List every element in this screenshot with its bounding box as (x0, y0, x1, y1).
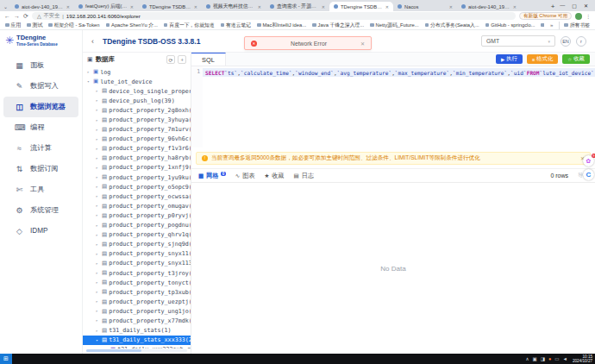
tree-row[interactable]: ▸ product_property_1xnfj9(0) (83, 163, 191, 173)
bookmark-item[interactable]: GitHub - springclo... (485, 22, 536, 29)
tree-row[interactable]: ▸ t31_daily_stats(1) (83, 326, 191, 336)
expand-arrow-icon[interactable]: ▸ (96, 166, 100, 170)
tree-row[interactable]: ▸ product_property_omugav(0) (83, 201, 191, 210)
browser-tab[interactable]: 视频天电科技信息 - Goog... ✕ (202, 2, 266, 11)
tree-row[interactable]: ▸ product_property_tp3xub(0) (83, 287, 191, 297)
bookmarks-overflow-icon[interactable]: » (550, 22, 553, 28)
start-button[interactable]: ⊞ (0, 354, 12, 364)
profile-avatar[interactable] (575, 13, 582, 20)
tree-row[interactable]: ▸ device_push_log(39) (83, 96, 191, 105)
tray-icon[interactable]: ∧ (526, 356, 529, 361)
expand-arrow-icon[interactable]: ▸ (96, 318, 100, 323)
address-bar[interactable]: △ 不安全 | 192.168.200.141:6060/explorer (32, 12, 516, 20)
bookmark-item[interactable]: Apache ShenYu 介... (106, 22, 158, 29)
tree-horizontal-scrollbar[interactable] (86, 349, 187, 352)
tree-row[interactable]: ▸ product_property_sjnq9d(0) (83, 240, 191, 249)
format-button[interactable]: ≡ 格式化 (527, 54, 558, 64)
expand-arrow-icon[interactable]: ▸ (96, 118, 100, 122)
expand-arrow-icon[interactable]: ▸ (96, 290, 100, 294)
expand-arrow-icon[interactable]: ▸ (96, 309, 100, 313)
expand-arrow-icon[interactable]: ▾ (87, 79, 91, 84)
back-icon[interactable]: ← (4, 13, 10, 19)
tree-row[interactable]: ▸ product_property_3yhuya(2) (83, 115, 191, 124)
sidebar-menu-item[interactable]: ✎ 数据写入 (3, 76, 78, 97)
tree-row[interactable]: ▸ product_property_snyx11(0) (83, 249, 191, 259)
floating-assistant-widget[interactable]: ✿ 9 (583, 155, 594, 166)
result-tab[interactable]: ▦ 网格 0 (198, 172, 226, 180)
expand-arrow-icon[interactable]: ▸ (96, 299, 100, 304)
browser-tab[interactable]: aiot-dev-140_192.168... ✕ (10, 2, 74, 11)
browser-tab[interactable]: featQuery) 后端(接口+带) ✕ (74, 2, 138, 11)
favorite-button[interactable]: ☆ 收藏 (562, 54, 590, 64)
browser-tab[interactable]: aiot-dev-140_192.168... ✕ (457, 2, 521, 11)
tab-close-icon[interactable]: ✕ (513, 4, 517, 9)
expand-arrow-icon[interactable]: ▸ (96, 137, 100, 141)
expand-arrow-icon[interactable]: ▸ (96, 185, 100, 189)
browser-tab[interactable]: Nacos ✕ (393, 2, 457, 11)
toast-close-icon[interactable]: ✕ (360, 41, 365, 47)
sidebar-menu-item[interactable]: ◫ 数据浏览器 (3, 97, 78, 117)
expand-arrow-icon[interactable]: ▸ (96, 252, 100, 256)
tree-row[interactable]: ▸ product_property_tonyct(0) (83, 278, 191, 287)
tab-close-icon[interactable]: ✕ (66, 4, 70, 9)
tree-row[interactable]: ▸ device_log_single_property(62) (83, 86, 191, 96)
tree-add-button[interactable]: ＋ (178, 55, 186, 64)
tree-row[interactable]: ▸ product_property_ocwssa(0) (83, 191, 191, 201)
browser-tab[interactable]: TDengine TSDB-OSS ✕ (138, 2, 202, 11)
language-button[interactable]: EN (561, 36, 571, 47)
expand-arrow-icon[interactable]: ▸ (96, 128, 100, 132)
sidebar-menu-item[interactable]: ⌨ 编程 (3, 117, 78, 138)
tree-row[interactable]: ▾ lute_iot_device (83, 77, 191, 86)
tree-row[interactable]: ▸ log (83, 67, 191, 77)
bookmark-item[interactable]: 一文看懂XML文件... (541, 22, 544, 29)
bookmark-item[interactable]: Netty源码_Future... (370, 22, 418, 29)
expand-arrow-icon[interactable]: ▸ (96, 156, 100, 160)
tree-row[interactable]: ▸ product_property_o5opc9(0) (83, 182, 191, 191)
all-bookmarks-button[interactable]: 所有书签 (559, 22, 590, 29)
expand-arrow-icon[interactable]: ▸ (96, 89, 100, 93)
sidebar-menu-item[interactable]: ⇅ 数据订阅 (3, 159, 78, 179)
sidebar-menu-item[interactable]: ◇ IDMP (3, 221, 78, 242)
expand-arrow-icon[interactable]: ▸ (96, 329, 100, 333)
tree-row[interactable]: ▸ product_property_qhrv1q(3) (83, 230, 191, 240)
expand-arrow-icon[interactable]: ▸ (96, 213, 100, 217)
tab-close-icon[interactable]: ✕ (194, 4, 197, 9)
tree-row[interactable]: ▸ t31_daily_xxx333sub_re9f7ze7hvyj2w (83, 345, 191, 348)
forward-icon[interactable]: → (14, 13, 20, 19)
browser-menu-icon[interactable]: ⋮ (586, 13, 591, 19)
sql-statement[interactable]: SELECT `ts`, `calculate_time`, `window_e… (203, 68, 595, 77)
bookmark-item[interactable]: Mac和IntelliJ idea... (257, 22, 306, 29)
expand-arrow-icon[interactable]: ▸ (104, 348, 109, 348)
expand-arrow-icon[interactable]: ▸ (96, 98, 100, 103)
tree-row[interactable]: ▸ product_property_f1v3r6(0) (83, 144, 191, 154)
bookmark-item[interactable]: 分布式事务(Seata入... (425, 22, 479, 29)
browser-tab[interactable]: TDengine TSDB-OSS ✕ (329, 2, 393, 11)
tree-row[interactable]: ▸ product_property_pogdnu(0) (83, 221, 191, 230)
tree-row[interactable]: ▸ product_property_ung1jo(0) (83, 306, 191, 316)
bookmark-item[interactable]: 框架介绍 - Sa-Token (48, 22, 99, 29)
sql-editor[interactable]: 1 SELECT `ts`, `calculate_time`, `window… (191, 66, 595, 147)
result-tab[interactable]: ∿ 图表 (235, 172, 255, 180)
expand-arrow-icon[interactable]: ▸ (96, 194, 100, 198)
tree-row[interactable]: ▸ product_property_1yu9ku(0) (83, 173, 191, 182)
tab-search-icon[interactable]: ⌄ (3, 3, 8, 9)
tray-icon[interactable]: ◄ (563, 356, 567, 361)
sql-tab[interactable]: SQL (191, 53, 226, 66)
expand-arrow-icon[interactable]: ▸ (96, 242, 100, 247)
expand-arrow-icon[interactable]: ▸ (96, 223, 100, 228)
sidebar-menu-item[interactable]: ✄ 工具 (3, 179, 78, 200)
new-tab-button[interactable]: + (551, 3, 555, 10)
url-text[interactable]: 192.168.200.141:6060/explorer (66, 13, 141, 19)
window-control-icon[interactable]: ✕ (584, 3, 588, 9)
expand-arrow-icon[interactable]: ▸ (96, 147, 100, 151)
tree-row[interactable]: ▸ product_property_t3jroy(0) (83, 268, 191, 278)
expand-arrow-icon[interactable]: ▸ (96, 271, 100, 275)
tree-row[interactable]: ▸ product_property_7m1urv(0) (83, 125, 191, 135)
tray-icon[interactable]: ◨ (541, 356, 545, 361)
expand-arrow-icon[interactable]: ▸ (87, 70, 91, 74)
tree-row[interactable]: ▸ product_property_ha8ryb(19) (83, 154, 191, 163)
tree-row[interactable]: ▸ product_property_x77mdk(0) (83, 316, 191, 325)
bookmark-item[interactable]: 有道云笔记 (221, 22, 251, 29)
tab-close-icon[interactable]: ✕ (385, 4, 389, 9)
expand-arrow-icon[interactable]: ▸ (96, 261, 100, 266)
